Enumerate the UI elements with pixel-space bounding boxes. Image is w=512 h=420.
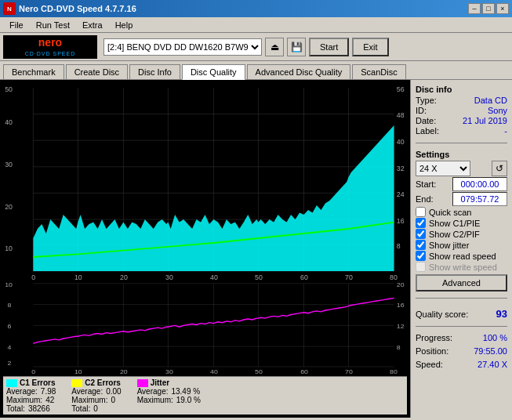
jitter-avg-label: Average: [137, 387, 169, 396]
svg-text:20: 20 [120, 369, 128, 375]
show-c2pif-checkbox[interactable] [416, 229, 426, 239]
save-button[interactable]: 💾 [287, 38, 306, 56]
window-controls: – □ × [468, 3, 509, 14]
quality-score-label: Quality score: [416, 310, 468, 319]
toolbar: nero CD·DVD SPEED [2:4] BENQ DVD DD DW16… [0, 33, 512, 61]
c2-label: C2 Errors [85, 378, 121, 387]
disc-label-label: Label: [416, 126, 439, 136]
svg-text:0: 0 [31, 273, 35, 281]
svg-text:56: 56 [397, 85, 405, 92]
svg-text:8: 8 [397, 242, 401, 250]
refresh-button[interactable]: ↺ [492, 161, 507, 176]
maximize-button[interactable]: □ [482, 3, 495, 14]
end-input[interactable] [452, 192, 507, 206]
tab-benchmark[interactable]: Benchmark [3, 64, 64, 79]
start-button[interactable]: Start [309, 38, 349, 56]
progress-value: 100 % [483, 333, 507, 342]
disc-type-label: Type: [416, 96, 437, 105]
svg-text:60: 60 [300, 273, 308, 281]
svg-text:48: 48 [397, 111, 405, 119]
c1-avg-label: Average: [6, 387, 38, 396]
show-read-speed-label: Show read speed [429, 252, 496, 261]
show-c2pif-row: Show C2/PIF [416, 229, 507, 239]
titlebar: N Nero CD-DVD Speed 4.7.7.16 – □ × [0, 0, 512, 17]
tab-scandisc[interactable]: ScanDisc [352, 64, 405, 79]
speed-select[interactable]: 24 X [416, 161, 470, 176]
svg-text:30: 30 [165, 273, 173, 281]
c1-label: C1 Errors [20, 378, 56, 387]
c1-max-value: 42 [45, 396, 54, 404]
quick-scan-label: Quick scan [429, 208, 471, 217]
settings-speed-row: 24 X ↺ [416, 161, 507, 176]
legend-jitter: Jitter Average: 13.49 % Maximum: 19.0 % [137, 378, 201, 413]
start-row: Start: [416, 177, 507, 191]
lower-chart: 20 16 12 8 10 8 6 4 2 0 10 20 30 40 50 6… [3, 282, 407, 376]
menubar: File Run Test Extra Help [0, 17, 512, 33]
eject-button[interactable]: ⏏ [265, 38, 284, 56]
drive-selector-wrap[interactable]: [2:4] BENQ DVD DD DW1620 B7W9 [103, 38, 262, 56]
close-button[interactable]: × [496, 3, 509, 14]
position-label: Position: [416, 346, 448, 356]
svg-text:40: 40 [5, 118, 13, 125]
menu-file[interactable]: File [3, 19, 30, 31]
show-write-speed-checkbox [416, 262, 426, 272]
divider1 [416, 143, 507, 143]
speed-value: 27.40 X [478, 360, 507, 369]
svg-text:10: 10 [5, 244, 13, 252]
disc-label-row: Label: - [416, 126, 507, 136]
tab-create-disc[interactable]: Create Disc [66, 64, 128, 79]
disc-id-label: ID: [416, 106, 427, 115]
tab-advanced-disc-quality[interactable]: Advanced Disc Quality [247, 64, 351, 79]
chart-area: 56 48 40 32 24 16 8 50 40 30 20 10 0 10 … [0, 80, 410, 418]
exit-button[interactable]: Exit [352, 38, 388, 56]
tab-disc-quality[interactable]: Disc Quality [182, 64, 245, 80]
svg-text:4: 4 [7, 344, 11, 350]
settings-title: Settings [416, 150, 507, 159]
menu-extra[interactable]: Extra [76, 19, 109, 31]
svg-text:70: 70 [345, 273, 353, 281]
start-label: Start: [416, 179, 436, 189]
jitter-legend-box [137, 379, 148, 387]
progress-row: Progress: 100 % [416, 333, 507, 342]
disc-id-row: ID: Sony [416, 106, 507, 115]
show-c1pie-checkbox[interactable] [416, 218, 426, 228]
svg-text:50: 50 [5, 85, 13, 92]
svg-text:8: 8 [7, 302, 11, 309]
show-read-speed-checkbox[interactable] [416, 251, 426, 261]
menu-runtest[interactable]: Run Test [30, 19, 76, 31]
minimize-button[interactable]: – [468, 3, 481, 14]
disc-date-row: Date: 21 Jul 2019 [416, 116, 507, 125]
show-write-speed-row: Show write speed [416, 262, 507, 272]
c1-avg-value: 7.98 [41, 387, 56, 396]
quick-scan-row: Quick scan [416, 207, 507, 217]
tab-bar: Benchmark Create Disc Disc Info Disc Qua… [0, 61, 512, 79]
right-panel: Disc info Type: Data CD ID: Sony Date: 2… [410, 80, 512, 418]
show-jitter-label: Show jitter [429, 241, 469, 250]
quality-score-value: 93 [496, 308, 507, 320]
c2-max-label: Maximum: [71, 396, 107, 404]
settings-section: Settings 24 X ↺ Start: End: Quick scan [416, 150, 507, 291]
tab-disc-info[interactable]: Disc Info [129, 64, 180, 79]
svg-text:10: 10 [74, 273, 82, 281]
svg-text:30: 30 [165, 369, 173, 375]
svg-text:60: 60 [300, 369, 308, 375]
svg-text:30: 30 [5, 160, 13, 168]
speed-label: Speed: [416, 360, 443, 369]
end-row: End: [416, 192, 507, 206]
c1-legend-box [6, 379, 17, 387]
legend-area: C1 Errors Average: 7.98 Maximum: 42 Tota… [3, 376, 407, 415]
position-value: 79:55.00 [474, 346, 507, 356]
menu-help[interactable]: Help [109, 19, 140, 31]
svg-text:20: 20 [5, 202, 13, 210]
show-read-speed-row: Show read speed [416, 251, 507, 261]
advanced-button[interactable]: Advanced [416, 274, 507, 291]
c2-avg-label: Average: [71, 387, 103, 396]
drive-select[interactable]: [2:4] BENQ DVD DD DW1620 B7W9 [103, 38, 262, 56]
show-c1pie-row: Show C1/PIE [416, 218, 507, 228]
quick-scan-checkbox[interactable] [416, 207, 426, 217]
main-content: 56 48 40 32 24 16 8 50 40 30 20 10 0 10 … [0, 79, 512, 418]
show-jitter-row: Show jitter [416, 240, 507, 250]
start-input[interactable] [452, 177, 507, 191]
disc-info-section: Disc info Type: Data CD ID: Sony Date: 2… [416, 85, 507, 136]
show-jitter-checkbox[interactable] [416, 240, 426, 250]
